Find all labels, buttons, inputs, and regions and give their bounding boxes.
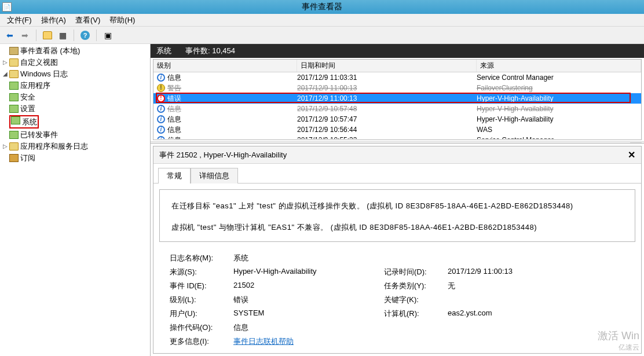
row-source: Hyper-V-High-Availability — [477, 94, 641, 103]
tree: ▶事件查看器 (本地) ▷自定义视图 ◢Windows 日志 ▶应用程序 ▶安全… — [0, 45, 150, 164]
tree-app-svc-logs[interactable]: ▷应用程序和服务日志 — [0, 141, 150, 152]
table-row[interactable]: 信息2017/12/9 11:03:31Service Control Mana… — [153, 72, 641, 83]
row-datetime: 2017/12/9 10:56:44 — [297, 125, 477, 134]
row-level: 信息 — [167, 125, 181, 134]
meta-source-label: 来源(S): — [166, 265, 230, 279]
row-level: 错误 — [167, 94, 181, 103]
back-icon[interactable]: ⬅ — [3, 29, 16, 42]
toolbar: ⬅ ➡ ▦ ? ▣ — [0, 27, 644, 44]
meta-level-label: 级别(L): — [166, 293, 230, 307]
warn-icon — [157, 84, 165, 92]
row-datetime: 2017/12/9 10:57:48 — [297, 104, 477, 113]
tree-forwarded[interactable]: ▶已转发事件 — [0, 129, 150, 141]
menu-view[interactable]: 查看(V) — [71, 14, 105, 27]
row-level: 警告 — [167, 83, 181, 93]
details-title: 事件 21502 , Hyper-V-High-Availability — [159, 150, 287, 160]
folder-icon[interactable] — [41, 29, 54, 42]
meta-keywords-value — [444, 293, 628, 307]
row-datetime: 2017/12/9 11:00:13 — [297, 94, 477, 103]
pane-title: 系统 — [156, 46, 171, 56]
pane-header: 系统 事件数: 10,454 — [151, 44, 644, 58]
titlebar: 📄 事件查看器 — [0, 0, 644, 14]
meta-eventid-label: 事件 ID(E): — [166, 279, 230, 293]
hscrollbar[interactable] — [151, 141, 644, 144]
tree-system[interactable]: ▶系统 — [0, 115, 150, 129]
details-pane: 事件 21502 , Hyper-V-High-Availability ✕ 常… — [153, 146, 642, 354]
row-datetime: 2017/12/9 11:00:13 — [297, 83, 477, 93]
tree-windows-logs[interactable]: ◢Windows 日志 — [0, 68, 150, 80]
table-row[interactable]: 错误2017/12/9 11:00:13Hyper-V-High-Availab… — [153, 93, 641, 104]
details-header: 事件 21502 , Hyper-V-High-Availability ✕ — [153, 146, 641, 164]
meta-logged-value: 2017/12/9 11:00:13 — [444, 265, 628, 279]
meta-more-label: 更多信息(I): — [166, 335, 230, 348]
meta-logname-label: 日志名称(M): — [166, 251, 230, 265]
sidebar[interactable]: ▶事件查看器 (本地) ▷自定义视图 ◢Windows 日志 ▶应用程序 ▶安全… — [0, 44, 151, 356]
log-icon — [9, 93, 19, 101]
log-icon — [11, 116, 20, 124]
subscription-icon — [9, 154, 19, 162]
tab-content: 在迁移目标 "eas1" 上对 "test" 的虚拟机迁移操作失败。 (虚拟机 … — [153, 183, 641, 353]
tree-setup[interactable]: ▶设置 — [0, 103, 150, 115]
msg-line-2: 虚拟机 "test" 与物理计算机 "EAS1" 不兼容。 (虚拟机 ID 8E… — [171, 221, 623, 234]
col-source[interactable]: 来源 — [477, 60, 641, 72]
tree-custom-views[interactable]: ▷自定义视图 — [0, 57, 150, 68]
info-icon — [157, 115, 165, 123]
folder-icon — [9, 142, 19, 151]
table-row[interactable]: 警告2017/12/9 11:00:13FailoverClustering — [153, 83, 641, 93]
preview-icon[interactable]: ▣ — [101, 29, 114, 42]
pane-count: 事件数: 10,454 — [185, 46, 235, 56]
tree-security[interactable]: ▶安全 — [0, 91, 150, 103]
event-message[interactable]: 在迁移目标 "eas1" 上对 "test" 的虚拟机迁移操作失败。 (虚拟机 … — [159, 189, 635, 242]
meta-taskcat-label: 任务类别(Y): — [380, 279, 444, 293]
col-datetime[interactable]: 日期和时间 — [297, 60, 477, 72]
table-body[interactable]: 信息2017/12/9 11:03:31Service Control Mana… — [153, 72, 641, 139]
tab-details[interactable]: 详细信息 — [191, 168, 238, 183]
close-icon[interactable]: ✕ — [628, 149, 635, 160]
meta-logname-value: 系统 — [230, 251, 380, 265]
row-source: Service Control Manager — [477, 135, 641, 139]
info-icon — [157, 105, 165, 113]
tab-general[interactable]: 常规 — [158, 168, 191, 183]
row-source: WAS — [477, 125, 641, 134]
right-pane: 系统 事件数: 10,454 级别 日期和时间 来源 信息2017/12/9 1… — [151, 44, 644, 356]
row-datetime: 2017/12/9 11:03:31 — [297, 73, 477, 82]
row-level: 信息 — [167, 135, 181, 139]
log-icon — [9, 105, 19, 113]
forward-icon: ➡ — [19, 29, 31, 42]
folder-icon — [9, 58, 19, 67]
help-icon[interactable]: ? — [79, 29, 92, 42]
info-icon — [157, 126, 165, 134]
main-area: ▶事件查看器 (本地) ▷自定义视图 ◢Windows 日志 ▶应用程序 ▶安全… — [0, 44, 644, 356]
table-row[interactable]: 信息2017/12/9 10:57:48Hyper-V-High-Availab… — [153, 104, 641, 114]
view-mode-icon[interactable]: ▦ — [56, 29, 69, 42]
row-level: 信息 — [167, 73, 181, 82]
event-table: 级别 日期和时间 来源 信息2017/12/9 11:03:31Service … — [151, 58, 644, 144]
separator — [74, 30, 74, 41]
error-icon — [157, 94, 165, 102]
event-meta: 日志名称(M): 系统 来源(S): Hyper-V-High-Availabi… — [153, 248, 641, 353]
meta-more-link[interactable]: 事件日志联机帮助 — [233, 337, 294, 346]
app-icon: 📄 — [2, 2, 12, 12]
table-row[interactable]: 信息2017/12/9 10:57:47Hyper-V-High-Availab… — [153, 114, 641, 124]
meta-user-label: 用户(U): — [166, 307, 230, 321]
table-row[interactable]: 信息2017/12/9 10:55:33Service Control Mana… — [153, 135, 641, 139]
separator — [96, 30, 97, 41]
row-source: Service Control Manager — [477, 73, 641, 82]
tree-application[interactable]: ▶应用程序 — [0, 80, 150, 91]
col-level[interactable]: 级别 — [153, 60, 297, 72]
table-header: 级别 日期和时间 来源 — [153, 60, 641, 72]
tree-root[interactable]: ▶事件查看器 (本地) — [0, 45, 150, 57]
info-icon — [157, 74, 165, 82]
menubar: 文件(F) 操作(A) 查看(V) 帮助(H) — [0, 14, 644, 27]
row-datetime: 2017/12/9 10:57:47 — [297, 115, 477, 124]
row-source: Hyper-V-High-Availability — [477, 104, 641, 113]
meta-computer-value: eas2.yst.com — [444, 307, 628, 321]
tree-subscriptions[interactable]: ▶订阅 — [0, 152, 150, 164]
menu-help[interactable]: 帮助(H) — [105, 14, 140, 27]
info-icon — [157, 136, 165, 139]
row-source: FailoverClustering — [477, 83, 641, 93]
menu-file[interactable]: 文件(F) — [2, 14, 36, 27]
table-row[interactable]: 信息2017/12/9 10:56:44WAS — [153, 124, 641, 135]
row-datetime: 2017/12/9 10:55:33 — [297, 135, 477, 139]
menu-action[interactable]: 操作(A) — [36, 14, 71, 27]
